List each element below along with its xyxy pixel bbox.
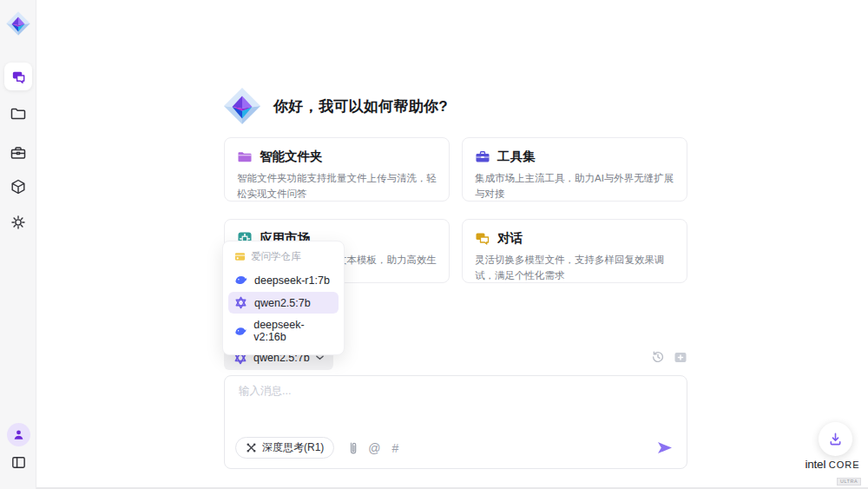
gem-logo-icon bbox=[222, 86, 262, 126]
deepseek-whale-icon bbox=[234, 325, 247, 338]
chat-icon bbox=[10, 69, 27, 85]
card-description: 集成市场上主流工具，助力AI与外界无缝扩展与对接 bbox=[475, 171, 676, 202]
chevron-down-icon bbox=[316, 355, 324, 360]
intel-core-logo: intel core ultra bbox=[803, 458, 862, 486]
model-repo-header: 爱问学仓库 bbox=[228, 247, 339, 268]
greeting-title: 你好，我可以如何帮助你? bbox=[273, 96, 448, 116]
hash-icon[interactable]: # bbox=[392, 442, 399, 454]
model-option-deepseek-v2[interactable]: deepseek-v2:16b bbox=[228, 314, 339, 347]
card-title: 智能文件夹 bbox=[260, 149, 323, 165]
card-conversation[interactable]: 对话 灵活切换多模型文件，支持多样回复效果调试，满足个性化需求 bbox=[462, 219, 687, 283]
core-text: core bbox=[829, 459, 860, 470]
sidebar-item-models[interactable] bbox=[4, 173, 32, 201]
mention-icon[interactable]: @ bbox=[368, 442, 380, 454]
qwen-icon bbox=[234, 296, 247, 309]
cube-icon bbox=[10, 178, 27, 195]
deepseek-whale-icon bbox=[234, 274, 247, 287]
download-icon bbox=[828, 432, 843, 446]
sidebar-item-folders[interactable] bbox=[4, 100, 32, 128]
gear-icon bbox=[10, 214, 27, 231]
ultra-badge: ultra bbox=[837, 478, 861, 486]
message-input[interactable] bbox=[239, 385, 673, 397]
intel-text: intel bbox=[805, 458, 825, 471]
sidebar-item-toolbox[interactable] bbox=[4, 139, 32, 167]
sidebar-item-profile[interactable] bbox=[4, 420, 32, 448]
panel-toggle-icon bbox=[10, 454, 27, 471]
attachment-icon[interactable] bbox=[345, 441, 357, 455]
send-button[interactable] bbox=[657, 441, 673, 454]
card-title: 工具集 bbox=[497, 149, 536, 165]
card-title: 对话 bbox=[497, 230, 523, 247]
repo-icon bbox=[234, 251, 246, 262]
sidebar-item-chat[interactable] bbox=[4, 63, 32, 90]
deep-think-icon bbox=[246, 442, 257, 453]
card-description: 灵活切换多模型文件，支持多样回复效果调试，满足个性化需求 bbox=[475, 253, 676, 284]
greeting: 你好，我可以如何帮助你? bbox=[222, 86, 448, 126]
person-icon bbox=[12, 428, 25, 441]
card-description: 智能文件夹功能支持批量文件上传与清洗，轻松实现文件问答 bbox=[237, 171, 438, 202]
sidebar-item-panel-toggle[interactable] bbox=[4, 448, 32, 476]
card-toolset[interactable]: 工具集 集成市场上主流工具，助力AI与外界无缝扩展与对接 bbox=[462, 137, 687, 202]
card-smart-folder[interactable]: 智能文件夹 智能文件夹功能支持批量文件上传与清洗，轻松实现文件问答 bbox=[224, 137, 450, 202]
app-logo[interactable] bbox=[5, 10, 31, 36]
sidebar-item-settings[interactable] bbox=[4, 208, 32, 236]
folder-icon bbox=[10, 105, 27, 122]
model-option-qwen[interactable]: qwen2.5:7b bbox=[228, 292, 339, 314]
conversation-icon bbox=[475, 231, 490, 247]
model-dropdown: 爱问学仓库 deepseek-r1:7b qwen2.5:7b deepseek… bbox=[222, 241, 345, 355]
new-chat-icon[interactable] bbox=[674, 351, 687, 364]
smart-folder-icon bbox=[237, 149, 253, 165]
toolset-icon bbox=[475, 149, 490, 165]
avatar bbox=[7, 423, 30, 446]
model-option-deepseek-r1[interactable]: deepseek-r1:7b bbox=[228, 269, 339, 291]
download-button[interactable] bbox=[819, 422, 852, 456]
composer: 深度思考(R1) @ # bbox=[224, 375, 687, 469]
history-icon[interactable] bbox=[651, 350, 665, 364]
briefcase-icon bbox=[10, 144, 27, 162]
deep-think-button[interactable]: 深度思考(R1) bbox=[235, 437, 334, 459]
gem-logo-icon bbox=[5, 10, 31, 36]
send-icon bbox=[657, 441, 673, 454]
sidebar bbox=[0, 0, 36, 489]
